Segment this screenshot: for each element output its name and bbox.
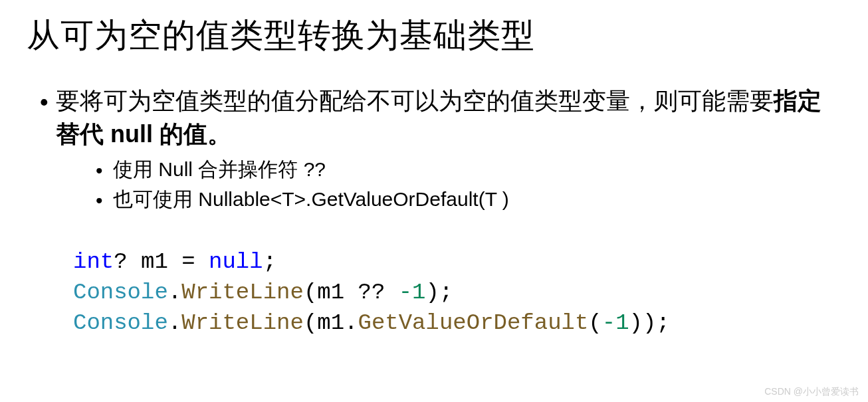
code-keyword-int: int (73, 249, 114, 274)
code-semi: ; (263, 249, 276, 274)
code-console-2: Console (73, 310, 168, 336)
code-nullable-q: ? (114, 249, 127, 274)
code-paren-open-3: ( (588, 310, 601, 336)
code-paren-close: ); (426, 280, 453, 305)
code-dot-2: . (168, 310, 181, 336)
code-paren-open-2: ( (304, 310, 317, 336)
sub-bullet-list: 使用 Null 合并操作符 ?? 也可使用 Nullable<T>.GetVal… (56, 154, 841, 214)
code-getvalueordefault: GetValueOrDefault (358, 310, 589, 336)
sub-bullet-1: 使用 Null 合并操作符 ?? (96, 154, 841, 184)
code-writeline-2: WriteLine (181, 310, 304, 336)
main-bullet-list: 要将可为空值类型的值分配给不可以为空的值类型变量，则可能需要指定替代 null … (27, 84, 841, 214)
code-paren-close-2: )); (629, 310, 670, 336)
main-bullet: 要将可为空值类型的值分配给不可以为空的值类型变量，则可能需要指定替代 null … (40, 84, 841, 214)
code-console-1: Console (73, 280, 168, 305)
code-writeline-1: WriteLine (181, 280, 304, 305)
watermark: CSDN @小小曾爱读书 (764, 386, 859, 398)
code-block: int? m1 = null; Console.WriteLine(m1 ?? … (27, 247, 841, 339)
code-dot: . (168, 280, 181, 305)
code-null: null (209, 249, 263, 274)
main-bullet-text: 要将可为空值类型的值分配给不可以为空的值类型变量，则可能需要 (56, 87, 774, 114)
sub-bullet-2: 也可使用 Nullable<T>.GetValueOrDefault(T ) (96, 184, 841, 214)
code-num-neg1: -1 (399, 280, 426, 305)
code-arg-m1-coalesce: m1 ?? (317, 280, 398, 305)
code-arg-m1: m1 (317, 310, 344, 336)
code-dot-3: . (344, 310, 358, 336)
slide-title: 从可为空的值类型转换为基础类型 (27, 13, 841, 58)
code-paren-open: ( (304, 280, 317, 305)
code-equals: = (181, 249, 209, 274)
code-var-m1: m1 (128, 249, 182, 274)
code-num-neg1-b: -1 (602, 310, 629, 336)
